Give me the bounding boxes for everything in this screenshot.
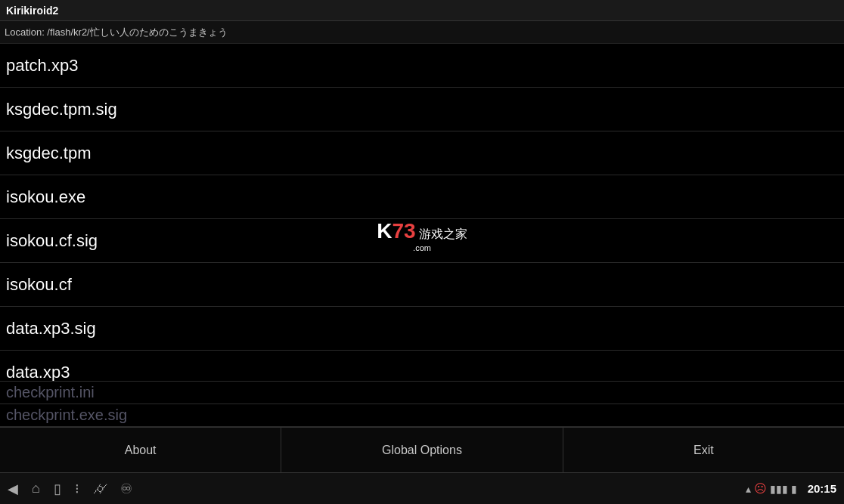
exit-button[interactable]: Exit xyxy=(563,428,844,472)
file-list-item[interactable]: ksgdec.tpm xyxy=(0,131,844,175)
global-options-label: Global Options xyxy=(382,444,462,457)
recents-icon[interactable]: ▯ xyxy=(54,481,61,497)
nav-status-right: ▴ ☹ ▮▮▮ ▮ 20:15 xyxy=(746,481,836,496)
file-name: data.xp3.sig xyxy=(6,319,96,339)
file-name: isokou.cf xyxy=(6,275,72,295)
file-name: data.xp3 xyxy=(6,363,70,382)
back-icon[interactable]: ◀ xyxy=(8,481,18,497)
partial-file-name: checkprint.exe.sig xyxy=(6,407,127,424)
file-list: patch.xp3ksgdec.tpm.sigksgdec.tpmisokou.… xyxy=(0,44,844,399)
battery-icon: ▮ xyxy=(791,483,797,495)
app-title: Kirikiroid2 xyxy=(6,5,58,17)
wifi-icon: ▴ xyxy=(746,483,751,495)
file-list-item[interactable]: isokou.cf.sig xyxy=(0,219,844,263)
nav-buttons-left: ◀ ⌂ ▯ ⁝ ⌭ ♾ xyxy=(8,481,132,497)
global-options-button[interactable]: Global Options xyxy=(281,428,563,472)
file-name: ksgdec.tpm.sig xyxy=(6,100,117,119)
nav-bar: ◀ ⌂ ▯ ⁝ ⌭ ♾ ▴ ☹ ▮▮▮ ▮ 20:15 xyxy=(0,472,844,504)
location-path: Location: /flash/kr2/忙しい人のためのこうまきょう xyxy=(5,26,228,39)
partial-files-area: checkprint.inicheckprint.exe.sig xyxy=(0,381,844,427)
apps-icon[interactable]: ⁝ xyxy=(75,481,79,497)
android-icon[interactable]: ♾ xyxy=(120,481,132,497)
file-list-item[interactable]: patch.xp3 xyxy=(0,44,844,88)
location-bar: Location: /flash/kr2/忙しい人のためのこうまきょう xyxy=(0,21,844,44)
file-name: isokou.exe xyxy=(6,187,85,207)
file-list-item[interactable]: ksgdec.tpm.sig xyxy=(0,88,844,131)
file-list-item[interactable]: isokou.cf xyxy=(0,263,844,307)
file-list-item[interactable]: isokou.exe xyxy=(0,175,844,219)
clock: 20:15 xyxy=(808,482,836,495)
file-name: ksgdec.tpm xyxy=(6,144,92,163)
about-button[interactable]: About xyxy=(0,428,281,472)
bars-icon: ▮▮▮ xyxy=(770,483,788,495)
partial-file-item[interactable]: checkprint.exe.sig xyxy=(0,404,844,427)
exit-label: Exit xyxy=(694,444,714,457)
home-icon[interactable]: ⌂ xyxy=(32,481,40,496)
about-label: About xyxy=(125,444,157,457)
partial-file-item[interactable]: checkprint.ini xyxy=(0,382,844,404)
status-icons: ▴ ☹ ▮▮▮ ▮ xyxy=(746,481,797,496)
file-name: patch.xp3 xyxy=(6,56,78,76)
file-name: isokou.cf.sig xyxy=(6,231,98,251)
usb-icon[interactable]: ⌭ xyxy=(93,481,107,496)
partial-file-name: checkprint.ini xyxy=(6,384,95,401)
signal-icon: ☹ xyxy=(754,481,767,496)
file-list-item[interactable]: data.xp3.sig xyxy=(0,307,844,351)
title-bar: Kirikiroid2 xyxy=(0,0,844,21)
action-bar: About Global Options Exit xyxy=(0,427,844,472)
